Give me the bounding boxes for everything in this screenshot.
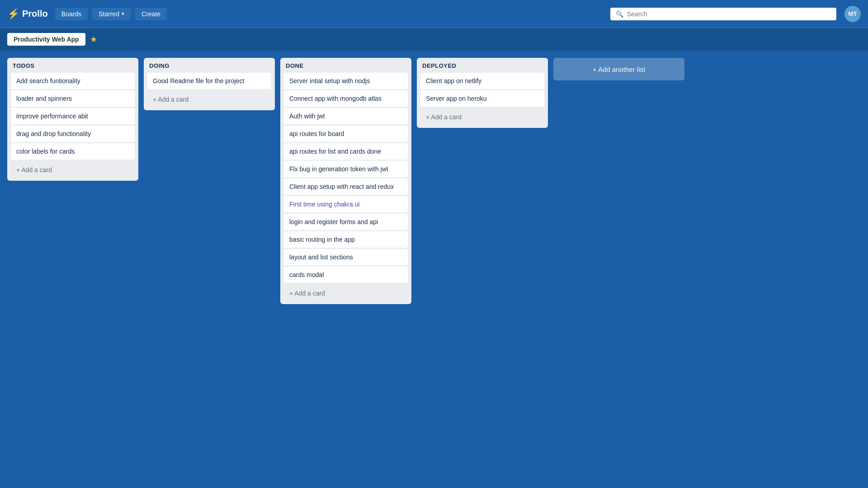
- card[interactable]: color labels for cards: [11, 143, 135, 160]
- list-cards-deployed: Client app on netlifyServer app on herok…: [417, 73, 548, 108]
- card[interactable]: login and register forms and api: [284, 214, 408, 230]
- list-deployed: DEPLOYEDClient app on netlifyServer app …: [417, 58, 548, 128]
- add-another-list-button[interactable]: + Add another list: [553, 58, 684, 80]
- card[interactable]: Auth with jwt: [284, 108, 408, 125]
- card[interactable]: improve performance abit: [11, 108, 135, 125]
- card[interactable]: Server app on heroku: [420, 90, 544, 107]
- add-card-button-deployed[interactable]: + Add a card: [420, 110, 544, 124]
- card[interactable]: layout and list sections: [284, 249, 408, 266]
- avatar[interactable]: MT: [844, 6, 861, 22]
- card[interactable]: cards modal: [284, 267, 408, 283]
- list-doing: DOINGGood Readme file for the project+ A…: [144, 58, 275, 110]
- list-header-deployed: DEPLOYED: [417, 58, 548, 73]
- card[interactable]: loader and spinners: [11, 90, 135, 107]
- starred-button[interactable]: Starred ▾: [92, 8, 131, 20]
- header: ⚡ Prollo Boards Starred ▾ Create 🔍 MT: [0, 0, 868, 28]
- list-header-done: DONE: [280, 58, 411, 73]
- logo-name: Prollo: [22, 9, 48, 19]
- search-bar: 🔍: [610, 8, 836, 20]
- card[interactable]: basic routing in the app: [284, 231, 408, 248]
- logo: ⚡ Prollo: [7, 8, 48, 20]
- card[interactable]: Flx bug in generation token with jwt: [284, 161, 408, 178]
- create-button[interactable]: Create: [135, 8, 167, 20]
- boards-button[interactable]: Boards: [55, 8, 88, 20]
- card[interactable]: drag and drop functionality: [11, 126, 135, 142]
- list-todos: TODOSAdd search funtionalityloader and s…: [7, 58, 138, 181]
- list-header-todos: TODOS: [7, 58, 138, 73]
- card[interactable]: Client app setup with react and redux: [284, 178, 408, 195]
- search-input[interactable]: [627, 10, 831, 18]
- card[interactable]: Server intial setup with nodjs: [284, 73, 408, 89]
- list-done: DONEServer intial setup with nodjsConnec…: [280, 58, 411, 304]
- list-cards-todos: Add search funtionalityloader and spinne…: [7, 73, 138, 161]
- starred-label: Starred: [99, 10, 119, 18]
- star-icon[interactable]: ★: [90, 34, 97, 44]
- add-card-button-doing[interactable]: + Add a card: [147, 92, 271, 107]
- list-cards-done: Server intial setup with nodjsConnect ap…: [280, 73, 411, 284]
- list-cards-doing: Good Readme file for the project: [144, 73, 275, 90]
- board-content: TODOSAdd search funtionalityloader and s…: [0, 51, 868, 488]
- add-card-button-todos[interactable]: + Add a card: [11, 163, 135, 177]
- card[interactable]: First time using chakra ui: [284, 196, 408, 213]
- list-header-doing: DOING: [144, 58, 275, 73]
- card[interactable]: api routes for list and cards done: [284, 143, 408, 160]
- search-icon: 🔍: [616, 10, 623, 18]
- add-card-button-done[interactable]: + Add a card: [284, 286, 408, 300]
- card[interactable]: Client app on netlify: [420, 73, 544, 89]
- chevron-down-icon: ▾: [122, 11, 124, 17]
- board-title-button[interactable]: Productivity Web App: [7, 33, 85, 46]
- card[interactable]: Add search funtionality: [11, 73, 135, 89]
- board-title-bar: Productivity Web App ★: [0, 28, 868, 51]
- logo-icon: ⚡: [7, 8, 19, 20]
- card[interactable]: api routes for board: [284, 126, 408, 142]
- card[interactable]: Good Readme file for the project: [147, 73, 271, 89]
- card[interactable]: Connect app with mongodb atlas: [284, 90, 408, 107]
